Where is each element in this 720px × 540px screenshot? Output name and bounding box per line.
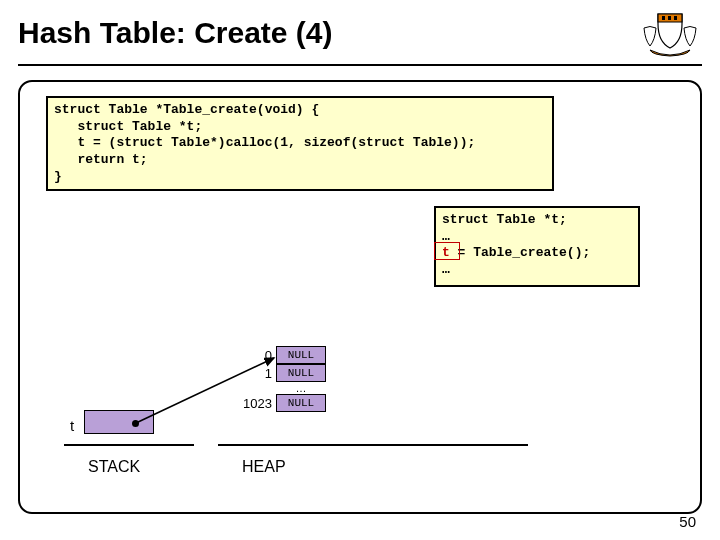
- stack-var-box: [84, 410, 154, 434]
- heap-divider: [218, 444, 528, 446]
- svg-rect-1: [668, 16, 671, 20]
- stack-label: STACK: [88, 458, 140, 476]
- svg-rect-0: [662, 16, 665, 20]
- heap-index: 1: [236, 366, 276, 381]
- stack-var-label: t: [70, 417, 74, 434]
- caller-line-3-rest: = Table_create();: [450, 245, 590, 260]
- heap-array: 0 NULL 1 NULL … 1023 NULL: [236, 346, 346, 412]
- memory-diagram: t STACK 0 NULL 1 NULL … 1023: [70, 350, 470, 500]
- heap-cell: NULL: [276, 364, 326, 382]
- svg-rect-2: [674, 16, 677, 20]
- code-box-caller: struct Table *t; … t = Table_create(); …: [434, 206, 640, 287]
- princeton-crest-icon: [638, 8, 702, 58]
- code-box-function: struct Table *Table_create(void) { struc…: [46, 96, 554, 191]
- page-number: 50: [679, 513, 696, 530]
- heap-index: 0: [236, 348, 276, 363]
- heap-cell: NULL: [276, 394, 326, 412]
- caller-line-1: struct Table *t;: [442, 212, 567, 227]
- title-divider: [18, 64, 702, 66]
- heap-ellipsis: …: [276, 382, 326, 394]
- heap-row: 1 NULL: [236, 364, 346, 382]
- caller-line-4: …: [442, 262, 450, 277]
- heap-cell: NULL: [276, 346, 326, 364]
- pointer-origin-dot: [132, 420, 139, 427]
- heap-index: 1023: [236, 396, 276, 411]
- heap-label: HEAP: [242, 458, 286, 476]
- caller-t-highlight-box: [434, 242, 460, 260]
- heap-row: 1023 NULL: [236, 394, 346, 412]
- heap-row: 0 NULL: [236, 346, 346, 364]
- stack-divider: [64, 444, 194, 446]
- slide-title: Hash Table: Create (4): [18, 16, 333, 50]
